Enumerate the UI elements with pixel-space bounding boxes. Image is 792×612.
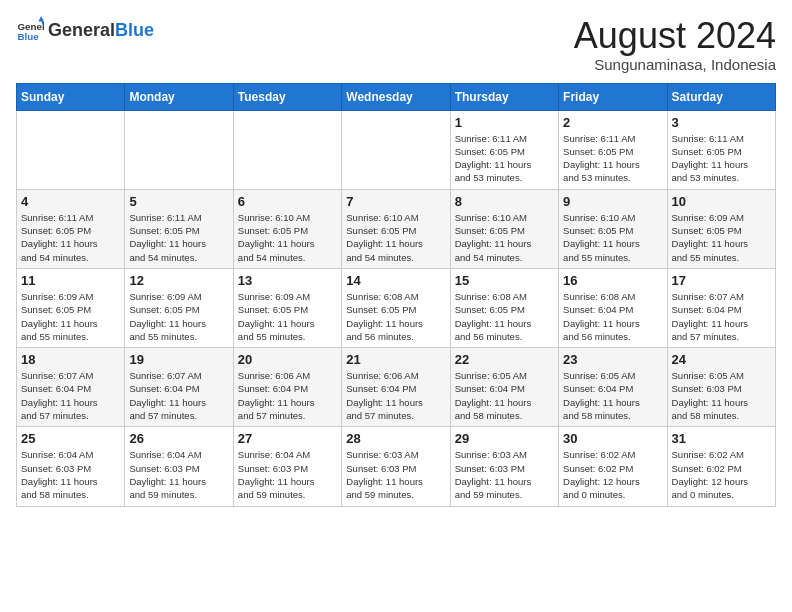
calendar-day-cell: 18Sunrise: 6:07 AM Sunset: 6:04 PM Dayli…	[17, 348, 125, 427]
calendar-header: Sunday Monday Tuesday Wednesday Thursday…	[17, 83, 776, 110]
calendar-day-cell	[342, 110, 450, 189]
day-number: 8	[455, 194, 554, 209]
day-info: Sunrise: 6:05 AM Sunset: 6:04 PM Dayligh…	[563, 369, 662, 422]
day-info: Sunrise: 6:03 AM Sunset: 6:03 PM Dayligh…	[455, 448, 554, 501]
calendar-week-row: 11Sunrise: 6:09 AM Sunset: 6:05 PM Dayli…	[17, 268, 776, 347]
day-info: Sunrise: 6:10 AM Sunset: 6:05 PM Dayligh…	[238, 211, 337, 264]
day-info: Sunrise: 6:08 AM Sunset: 6:04 PM Dayligh…	[563, 290, 662, 343]
day-info: Sunrise: 6:09 AM Sunset: 6:05 PM Dayligh…	[238, 290, 337, 343]
logo-general-text: General	[48, 20, 115, 40]
col-tuesday: Tuesday	[233, 83, 341, 110]
calendar-day-cell: 30Sunrise: 6:02 AM Sunset: 6:02 PM Dayli…	[559, 427, 667, 506]
calendar-day-cell	[125, 110, 233, 189]
day-number: 10	[672, 194, 771, 209]
page-header: General Blue GeneralBlue August 2024 Sun…	[16, 16, 776, 73]
calendar-day-cell: 29Sunrise: 6:03 AM Sunset: 6:03 PM Dayli…	[450, 427, 558, 506]
calendar-table: Sunday Monday Tuesday Wednesday Thursday…	[16, 83, 776, 507]
day-number: 27	[238, 431, 337, 446]
day-info: Sunrise: 6:06 AM Sunset: 6:04 PM Dayligh…	[238, 369, 337, 422]
day-info: Sunrise: 6:10 AM Sunset: 6:05 PM Dayligh…	[346, 211, 445, 264]
day-info: Sunrise: 6:11 AM Sunset: 6:05 PM Dayligh…	[129, 211, 228, 264]
day-info: Sunrise: 6:05 AM Sunset: 6:03 PM Dayligh…	[672, 369, 771, 422]
day-info: Sunrise: 6:06 AM Sunset: 6:04 PM Dayligh…	[346, 369, 445, 422]
location-subtitle: Sungunaminasa, Indonesia	[574, 56, 776, 73]
calendar-day-cell: 23Sunrise: 6:05 AM Sunset: 6:04 PM Dayli…	[559, 348, 667, 427]
day-number: 19	[129, 352, 228, 367]
day-number: 6	[238, 194, 337, 209]
calendar-week-row: 4Sunrise: 6:11 AM Sunset: 6:05 PM Daylig…	[17, 189, 776, 268]
calendar-week-row: 25Sunrise: 6:04 AM Sunset: 6:03 PM Dayli…	[17, 427, 776, 506]
day-info: Sunrise: 6:08 AM Sunset: 6:05 PM Dayligh…	[346, 290, 445, 343]
day-info: Sunrise: 6:04 AM Sunset: 6:03 PM Dayligh…	[21, 448, 120, 501]
calendar-day-cell: 31Sunrise: 6:02 AM Sunset: 6:02 PM Dayli…	[667, 427, 775, 506]
day-info: Sunrise: 6:09 AM Sunset: 6:05 PM Dayligh…	[129, 290, 228, 343]
header-row: Sunday Monday Tuesday Wednesday Thursday…	[17, 83, 776, 110]
day-number: 17	[672, 273, 771, 288]
day-info: Sunrise: 6:10 AM Sunset: 6:05 PM Dayligh…	[455, 211, 554, 264]
calendar-day-cell: 12Sunrise: 6:09 AM Sunset: 6:05 PM Dayli…	[125, 268, 233, 347]
day-number: 22	[455, 352, 554, 367]
calendar-day-cell: 20Sunrise: 6:06 AM Sunset: 6:04 PM Dayli…	[233, 348, 341, 427]
title-area: August 2024 Sungunaminasa, Indonesia	[574, 16, 776, 73]
svg-marker-2	[38, 16, 44, 22]
day-info: Sunrise: 6:08 AM Sunset: 6:05 PM Dayligh…	[455, 290, 554, 343]
day-number: 20	[238, 352, 337, 367]
day-number: 24	[672, 352, 771, 367]
day-info: Sunrise: 6:03 AM Sunset: 6:03 PM Dayligh…	[346, 448, 445, 501]
day-number: 13	[238, 273, 337, 288]
day-number: 1	[455, 115, 554, 130]
calendar-day-cell: 4Sunrise: 6:11 AM Sunset: 6:05 PM Daylig…	[17, 189, 125, 268]
logo-icon: General Blue	[16, 16, 44, 44]
day-info: Sunrise: 6:11 AM Sunset: 6:05 PM Dayligh…	[672, 132, 771, 185]
calendar-day-cell: 3Sunrise: 6:11 AM Sunset: 6:05 PM Daylig…	[667, 110, 775, 189]
calendar-week-row: 18Sunrise: 6:07 AM Sunset: 6:04 PM Dayli…	[17, 348, 776, 427]
day-info: Sunrise: 6:07 AM Sunset: 6:04 PM Dayligh…	[21, 369, 120, 422]
day-number: 21	[346, 352, 445, 367]
calendar-week-row: 1Sunrise: 6:11 AM Sunset: 6:05 PM Daylig…	[17, 110, 776, 189]
day-info: Sunrise: 6:05 AM Sunset: 6:04 PM Dayligh…	[455, 369, 554, 422]
calendar-day-cell: 11Sunrise: 6:09 AM Sunset: 6:05 PM Dayli…	[17, 268, 125, 347]
day-info: Sunrise: 6:09 AM Sunset: 6:05 PM Dayligh…	[672, 211, 771, 264]
col-friday: Friday	[559, 83, 667, 110]
calendar-day-cell: 14Sunrise: 6:08 AM Sunset: 6:05 PM Dayli…	[342, 268, 450, 347]
calendar-day-cell: 24Sunrise: 6:05 AM Sunset: 6:03 PM Dayli…	[667, 348, 775, 427]
day-number: 25	[21, 431, 120, 446]
day-info: Sunrise: 6:04 AM Sunset: 6:03 PM Dayligh…	[238, 448, 337, 501]
day-info: Sunrise: 6:11 AM Sunset: 6:05 PM Dayligh…	[455, 132, 554, 185]
svg-text:Blue: Blue	[17, 31, 39, 42]
day-number: 12	[129, 273, 228, 288]
day-number: 18	[21, 352, 120, 367]
calendar-day-cell: 27Sunrise: 6:04 AM Sunset: 6:03 PM Dayli…	[233, 427, 341, 506]
day-info: Sunrise: 6:10 AM Sunset: 6:05 PM Dayligh…	[563, 211, 662, 264]
day-info: Sunrise: 6:09 AM Sunset: 6:05 PM Dayligh…	[21, 290, 120, 343]
day-info: Sunrise: 6:11 AM Sunset: 6:05 PM Dayligh…	[21, 211, 120, 264]
calendar-body: 1Sunrise: 6:11 AM Sunset: 6:05 PM Daylig…	[17, 110, 776, 506]
calendar-day-cell: 2Sunrise: 6:11 AM Sunset: 6:05 PM Daylig…	[559, 110, 667, 189]
day-info: Sunrise: 6:02 AM Sunset: 6:02 PM Dayligh…	[672, 448, 771, 501]
col-thursday: Thursday	[450, 83, 558, 110]
day-number: 9	[563, 194, 662, 209]
day-number: 29	[455, 431, 554, 446]
calendar-day-cell: 22Sunrise: 6:05 AM Sunset: 6:04 PM Dayli…	[450, 348, 558, 427]
calendar-day-cell: 7Sunrise: 6:10 AM Sunset: 6:05 PM Daylig…	[342, 189, 450, 268]
day-number: 2	[563, 115, 662, 130]
day-number: 31	[672, 431, 771, 446]
calendar-day-cell: 25Sunrise: 6:04 AM Sunset: 6:03 PM Dayli…	[17, 427, 125, 506]
calendar-day-cell: 19Sunrise: 6:07 AM Sunset: 6:04 PM Dayli…	[125, 348, 233, 427]
logo: General Blue GeneralBlue	[16, 16, 154, 44]
calendar-day-cell: 21Sunrise: 6:06 AM Sunset: 6:04 PM Dayli…	[342, 348, 450, 427]
day-info: Sunrise: 6:07 AM Sunset: 6:04 PM Dayligh…	[129, 369, 228, 422]
day-number: 16	[563, 273, 662, 288]
calendar-day-cell: 1Sunrise: 6:11 AM Sunset: 6:05 PM Daylig…	[450, 110, 558, 189]
day-number: 3	[672, 115, 771, 130]
day-number: 4	[21, 194, 120, 209]
calendar-day-cell: 15Sunrise: 6:08 AM Sunset: 6:05 PM Dayli…	[450, 268, 558, 347]
calendar-day-cell: 6Sunrise: 6:10 AM Sunset: 6:05 PM Daylig…	[233, 189, 341, 268]
calendar-day-cell: 16Sunrise: 6:08 AM Sunset: 6:04 PM Dayli…	[559, 268, 667, 347]
calendar-day-cell: 26Sunrise: 6:04 AM Sunset: 6:03 PM Dayli…	[125, 427, 233, 506]
day-number: 26	[129, 431, 228, 446]
col-sunday: Sunday	[17, 83, 125, 110]
day-number: 5	[129, 194, 228, 209]
day-info: Sunrise: 6:02 AM Sunset: 6:02 PM Dayligh…	[563, 448, 662, 501]
calendar-day-cell: 5Sunrise: 6:11 AM Sunset: 6:05 PM Daylig…	[125, 189, 233, 268]
